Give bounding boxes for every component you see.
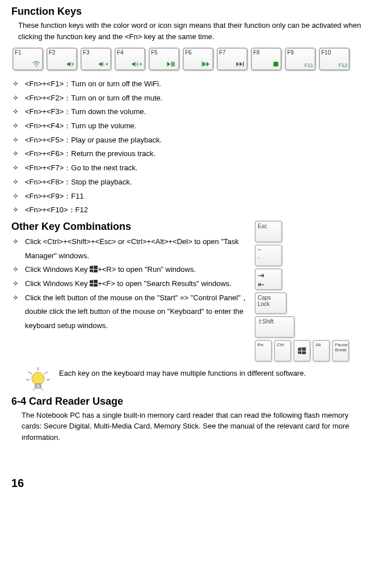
volume-down-icon	[98, 61, 109, 68]
diamond-bullet-icon: ✧	[11, 203, 25, 217]
svg-point-13	[32, 372, 44, 385]
svg-rect-3	[171, 62, 173, 66]
key-f5: F5	[149, 48, 179, 70]
key-f9-label: F9	[287, 49, 294, 56]
svg-line-10	[44, 372, 48, 374]
windows-key-icon	[90, 266, 98, 272]
key-alt: Alt	[313, 340, 330, 362]
diamond-bullet-icon: ✧	[11, 77, 25, 91]
list-item: ✧<Fn>+<F1>：Turn on or turn off the WiFi.	[11, 77, 363, 91]
key-f8-label: F8	[253, 49, 260, 56]
key-fn: Fn	[255, 340, 272, 362]
list-item: ✧<Fn>+<F2>：Turn on or turn off the mute.	[11, 91, 363, 106]
play-pause-icon	[166, 61, 177, 68]
key-f9-sublabel: F11	[304, 62, 313, 68]
section-title-function-keys: Function Keys	[11, 6, 363, 18]
diamond-bullet-icon: ✧	[11, 263, 25, 277]
diamond-bullet-icon: ✧	[11, 91, 25, 106]
list-item: ✧<Fn>+<F7>：Go to the next track.	[11, 161, 363, 175]
section-title-card-reader: 6-4 Card Reader Usage	[11, 396, 363, 408]
key-f4-label: F4	[117, 49, 124, 56]
key-f6: F6	[183, 48, 213, 70]
diamond-bullet-icon: ✧	[11, 161, 25, 175]
lightbulb-icon	[25, 366, 51, 392]
next-track-icon	[235, 61, 245, 68]
function-keys-intro: These function keys with the color word …	[18, 20, 363, 42]
key-f4: F4	[115, 48, 145, 70]
key-f2: F2	[47, 48, 77, 70]
stop-icon	[272, 61, 279, 68]
diamond-bullet-icon: ✧	[11, 147, 25, 161]
list-item: ✧<Fn>+<F10>：F12	[11, 203, 363, 217]
key-f3: F3	[81, 48, 111, 70]
svg-rect-4	[173, 62, 174, 66]
key-capslock: Caps Lock	[255, 292, 287, 314]
key-f8: F8	[251, 48, 281, 70]
section-title-other-key-combinations: Other Key Combinations	[11, 221, 248, 233]
key-f10: F10 F12	[319, 48, 350, 70]
list-item: ✧<Fn>+<F4>：Turn up the volume.	[11, 119, 363, 133]
diamond-bullet-icon: ✧	[11, 119, 25, 133]
volume-up-icon	[131, 61, 143, 68]
list-item: ✧ Click Windows Key +<R> to open "Run" w…	[11, 263, 248, 277]
key-shift: ⇧Shift	[255, 316, 295, 338]
list-item: ✧<Fn>+<F3>：Turn down the volume.	[11, 105, 363, 119]
diamond-bullet-icon: ✧	[11, 291, 25, 305]
key-f1-label: F1	[15, 49, 22, 56]
key-tab: ⇥⇥	[255, 268, 282, 290]
diamond-bullet-icon: ✧	[11, 133, 25, 148]
key-f10-label: F10	[321, 49, 331, 56]
diamond-bullet-icon: ✧	[11, 235, 25, 249]
list-item: ✧<Fn>+<F8>：Stop the playback.	[11, 175, 363, 190]
key-windows	[293, 340, 310, 362]
key-f2-label: F2	[49, 49, 56, 56]
diamond-bullet-icon: ✧	[11, 105, 25, 119]
key-f6-label: F6	[185, 49, 192, 56]
mute-icon	[66, 61, 75, 68]
list-item: ✧ Click <Ctrl>+<Shift>+<Esc> or <Ctrl>+<…	[11, 235, 248, 263]
key-f5-label: F5	[151, 49, 158, 56]
list-item: ✧<Fn>+<F9>：F11	[11, 190, 363, 204]
svg-rect-7	[274, 62, 278, 66]
wifi-icon	[32, 61, 41, 68]
key-esc: Esc	[255, 221, 282, 242]
windows-key-icon	[90, 280, 98, 287]
function-key-row-illustration: F1 F2 F3 F4 F5	[11, 47, 363, 72]
list-item: ✧<Fn>+<F5>：Play or pause the playback.	[11, 133, 363, 148]
key-f9: F9 F11	[285, 48, 316, 70]
svg-rect-5	[202, 62, 203, 66]
list-item: ✧ Click Windows Key +<F> to open "Search…	[11, 277, 248, 291]
key-f1: F1	[12, 48, 43, 70]
prev-track-icon	[201, 61, 211, 68]
list-item: ✧<Fn>+<F6>：Return the previous track.	[11, 147, 363, 161]
svg-point-0	[36, 65, 37, 66]
diamond-bullet-icon: ✧	[11, 175, 25, 190]
key-ctrl: Ctrl	[274, 340, 291, 362]
page-number: 16	[11, 477, 363, 490]
key-tilde: ~`	[255, 245, 282, 266]
fn-key-list: ✧<Fn>+<F1>：Turn on or turn off the WiFi.…	[11, 77, 363, 217]
list-item: ✧ Click the left button of the mouse on …	[11, 291, 248, 333]
key-f7: F7	[217, 48, 247, 70]
diamond-bullet-icon: ✧	[11, 277, 25, 291]
keyboard-side-illustration: Esc ~` ⇥⇥ Caps Lock ⇧Shift Fn Ctrl Alt P…	[255, 221, 363, 362]
note-block: Each key on the keyboard may have multip…	[25, 366, 363, 392]
svg-line-8	[28, 372, 32, 374]
key-f3-label: F3	[83, 49, 90, 56]
note-text: Each key on the keyboard may have multip…	[59, 366, 306, 380]
other-key-list: ✧ Click <Ctrl>+<Shift>+<Esc> or <Ctrl>+<…	[11, 235, 248, 333]
key-f10-sublabel: F12	[338, 62, 347, 68]
diamond-bullet-icon: ✧	[11, 190, 25, 204]
key-f7-label: F7	[219, 49, 226, 56]
svg-rect-6	[243, 62, 244, 66]
key-pause-break: Pause Break	[332, 340, 349, 362]
card-reader-body: The Notebook PC has a single built-in me…	[22, 410, 363, 443]
